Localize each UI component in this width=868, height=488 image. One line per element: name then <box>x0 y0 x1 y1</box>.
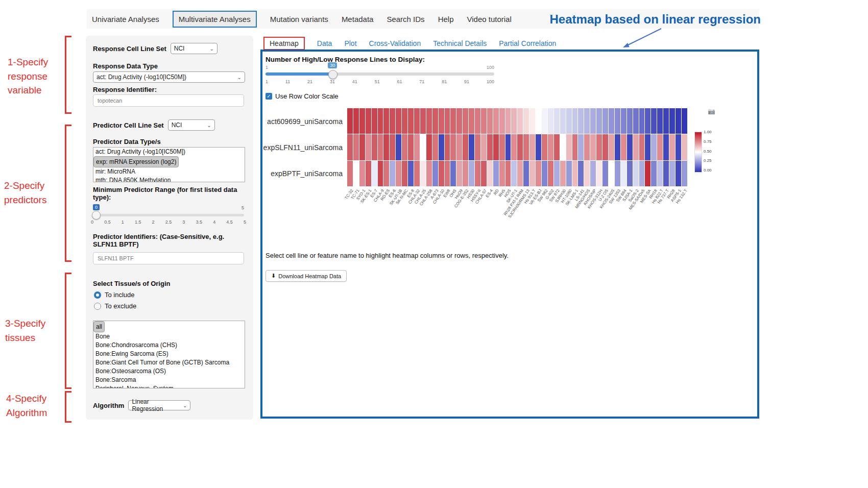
heatmap-row-label[interactable]: act609699_uniSarcoma <box>262 108 345 134</box>
heatmap-cell[interactable] <box>359 134 365 160</box>
algorithm-select[interactable]: Linear Regression ⌄ <box>128 400 190 410</box>
heatmap-cell[interactable] <box>602 134 608 160</box>
nav-item-3[interactable]: Metadata <box>342 15 374 23</box>
heatmap-cell[interactable] <box>566 161 572 186</box>
heatmap-cell[interactable] <box>572 161 578 186</box>
heatmap-cell[interactable] <box>621 161 626 186</box>
heatmap-cell[interactable] <box>426 108 432 134</box>
heatmap-cell[interactable] <box>584 134 590 160</box>
heatmap-cell[interactable] <box>511 108 517 134</box>
heatmap-cell[interactable] <box>676 161 681 186</box>
heatmap-cell[interactable] <box>609 134 614 160</box>
heatmap-cell[interactable] <box>639 161 645 186</box>
heatmap-row-label[interactable]: expSLFN11_uniSarcoma <box>262 134 345 160</box>
heatmap-cell[interactable] <box>469 108 474 134</box>
heatmap-cell[interactable] <box>359 108 365 134</box>
heatmap-cell[interactable] <box>487 108 493 134</box>
heatmap-cell[interactable] <box>682 134 687 160</box>
heatmap-cell[interactable] <box>542 108 547 134</box>
heatmap-cell[interactable] <box>645 161 650 186</box>
heatmap-cell[interactable] <box>481 134 487 160</box>
heatmap-cell[interactable] <box>414 108 420 134</box>
heatmap-cell[interactable] <box>420 161 426 186</box>
heatmap-cell[interactable] <box>517 108 523 134</box>
response-slider-handle[interactable] <box>328 70 337 79</box>
heatmap-cell[interactable] <box>548 161 553 186</box>
heatmap-col-label[interactable]: Hs 132.T <box>681 187 687 229</box>
response-data-type-select[interactable]: act: Drug Activity (-log10[IC50M]) ⌄ <box>93 71 245 83</box>
heatmap-cell[interactable] <box>420 134 426 160</box>
heatmap-cell[interactable] <box>366 161 371 186</box>
heatmap-cell[interactable] <box>383 134 389 160</box>
heatmap-cell[interactable] <box>456 134 462 160</box>
heatmap-cell[interactable] <box>420 108 426 134</box>
heatmap-cell[interactable] <box>572 134 578 160</box>
heatmap-cell[interactable] <box>366 134 371 160</box>
heatmap-cell[interactable] <box>554 161 560 186</box>
heatmap-cell[interactable] <box>633 134 639 160</box>
heatmap-cell[interactable] <box>536 108 541 134</box>
heatmap-cell[interactable] <box>439 108 444 134</box>
heatmap-cell[interactable] <box>536 134 541 160</box>
heatmap-cell[interactable] <box>627 134 633 160</box>
heatmap-cell[interactable] <box>481 108 487 134</box>
heatmap-cell[interactable] <box>475 134 480 160</box>
list-option[interactable]: all <box>93 321 105 332</box>
heatmap-cell[interactable] <box>529 108 535 134</box>
predictor-data-type-list[interactable]: act: Drug Activity (-log10[IC50M])exp: m… <box>93 147 245 182</box>
nav-item-6[interactable]: Video tutorial <box>467 15 511 23</box>
heatmap-cell[interactable] <box>590 161 596 186</box>
list-option[interactable]: Bone:Ewing Sarcoma (ES) <box>93 350 245 358</box>
heatmap-cell[interactable] <box>682 161 687 186</box>
heatmap-cell[interactable] <box>414 134 420 160</box>
heatmap-cell[interactable] <box>463 161 468 186</box>
heatmap-cell[interactable] <box>408 108 414 134</box>
heatmap-cell[interactable] <box>669 108 675 134</box>
list-option[interactable]: Bone:Chondrosarcoma (CHS) <box>93 341 245 350</box>
heatmap-cell[interactable] <box>432 161 438 186</box>
heatmap-cell[interactable] <box>505 134 511 160</box>
heatmap-cell[interactable] <box>621 108 626 134</box>
heatmap-cell[interactable] <box>639 108 645 134</box>
heatmap-cell[interactable] <box>596 161 602 186</box>
nav-item-1[interactable]: Multivariate Analyses <box>173 11 257 28</box>
heatmap-cell[interactable] <box>517 134 523 160</box>
heatmap-cell[interactable] <box>383 108 389 134</box>
heatmap-cell[interactable] <box>432 134 438 160</box>
heatmap-cell[interactable] <box>529 161 535 186</box>
heatmap-cell[interactable] <box>432 108 438 134</box>
heatmap-cell[interactable] <box>456 108 462 134</box>
heatmap-cell[interactable] <box>475 161 480 186</box>
heatmap-cell[interactable] <box>566 134 572 160</box>
heatmap-cell[interactable] <box>493 108 499 134</box>
heatmap-cell[interactable] <box>505 161 511 186</box>
heatmap-cell[interactable] <box>566 108 572 134</box>
heatmap-cell[interactable] <box>463 134 468 160</box>
heatmap-cell[interactable] <box>353 108 359 134</box>
list-option[interactable]: Bone <box>93 332 245 341</box>
heatmap-col-label[interactable]: ES-4 <box>487 187 493 229</box>
heatmap-cell[interactable] <box>408 161 414 186</box>
heatmap-cell[interactable] <box>548 134 553 160</box>
nav-item-0[interactable]: Univariate Analyses <box>92 15 159 23</box>
tab-partial-correlation[interactable]: Partial Correlation <box>499 39 556 47</box>
heatmap-cell[interactable] <box>378 134 383 160</box>
heatmap-cell[interactable] <box>450 161 456 186</box>
tissue-include-radio[interactable]: To include <box>94 291 135 299</box>
response-identifier-input[interactable]: topotecan <box>93 94 244 107</box>
heatmap-cell[interactable] <box>657 108 663 134</box>
heatmap-cell[interactable] <box>469 161 474 186</box>
heatmap-cell[interactable] <box>578 108 584 134</box>
heatmap-cell[interactable] <box>578 134 584 160</box>
min-range-track[interactable] <box>93 214 244 216</box>
heatmap-cell[interactable] <box>663 134 669 160</box>
heatmap-cell[interactable] <box>554 108 560 134</box>
list-option[interactable]: mir: MicroRNA <box>93 167 245 176</box>
list-option[interactable]: exp: mRNA Expression (log2) <box>93 156 179 167</box>
camera-icon[interactable]: 📷 <box>708 108 715 115</box>
heatmap-cell[interactable] <box>578 161 584 186</box>
heatmap-cell[interactable] <box>439 134 444 160</box>
heatmap-cell[interactable] <box>523 161 529 186</box>
heatmap-cell[interactable] <box>676 134 681 160</box>
heatmap-cell[interactable] <box>426 161 432 186</box>
